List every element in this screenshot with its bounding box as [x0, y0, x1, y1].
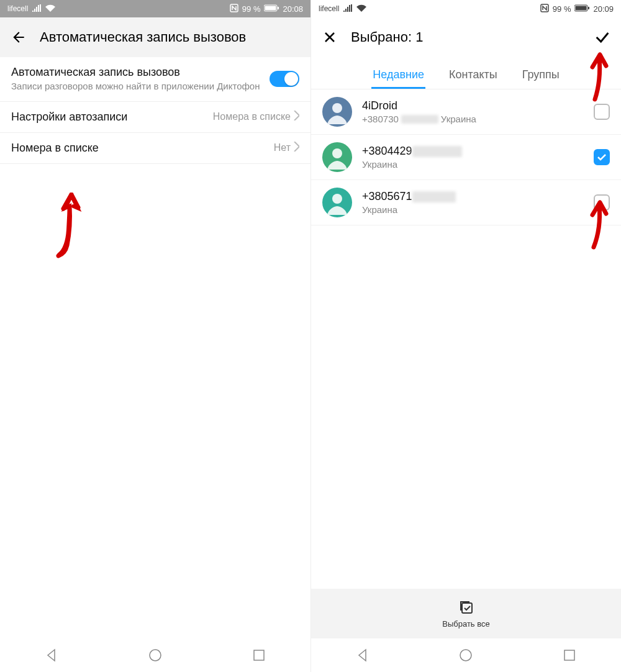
settings-list: Автоматическая запись вызовов Записи раз… [0, 57, 310, 164]
row-auto-settings[interactable]: Настройки автозаписи Номера в списке [0, 102, 310, 133]
contact-list: 4iDroid +380730Украина +3804429 [311, 89, 621, 589]
header: Выбрано: 1 [311, 17, 621, 57]
svg-rect-9 [588, 7, 589, 9]
svg-rect-3 [278, 7, 279, 9]
row-value: Нет [274, 142, 291, 153]
nav-back-button[interactable] [350, 643, 375, 668]
nav-bar [311, 638, 621, 672]
svg-point-15 [332, 194, 342, 204]
chevron-right-icon [293, 111, 299, 123]
battery-icon [264, 4, 279, 14]
checkbox[interactable] [594, 104, 610, 120]
select-all-label: Выбрать все [442, 619, 489, 629]
checkbox[interactable] [594, 149, 610, 165]
svg-rect-8 [576, 6, 587, 10]
tab-contacts[interactable]: Контакты [448, 62, 499, 89]
tab-recent[interactable]: Недавние [371, 62, 425, 89]
battery-pct-text: 99 % [242, 4, 261, 14]
row-title: Номера в списке [11, 142, 274, 155]
blurred-text [401, 115, 438, 124]
nav-recent-button[interactable] [557, 643, 582, 668]
contact-subtitle: Украина [362, 159, 584, 170]
contact-item[interactable]: +3804429 Украина [311, 135, 621, 180]
tab-groups[interactable]: Группы [521, 62, 561, 89]
battery-pct-text: 99 % [553, 4, 571, 14]
row-numbers-list[interactable]: Номера в списке Нет [0, 133, 310, 164]
nav-recent-button[interactable] [247, 643, 271, 668]
row-value: Номера в списке [213, 111, 291, 122]
svg-rect-18 [564, 650, 574, 660]
clock-text: 20:08 [283, 4, 303, 14]
wifi-icon [356, 4, 366, 14]
avatar [322, 142, 352, 172]
carrier-text: lifecell [7, 4, 28, 13]
checkbox[interactable] [594, 194, 610, 211]
contact-subtitle: Украина [362, 204, 584, 215]
row-auto-record[interactable]: Автоматическая запись вызовов Записи раз… [0, 57, 310, 102]
contact-subtitle: +380730Украина [362, 114, 584, 124]
status-bar: lifecell 99 % 20:08 [0, 0, 310, 17]
toggle-knob [284, 72, 298, 86]
select-all-icon [458, 599, 474, 618]
svg-point-13 [332, 148, 342, 158]
clock-text: 20:09 [593, 4, 614, 14]
svg-point-4 [150, 650, 161, 661]
chevron-right-icon [293, 142, 299, 154]
contact-item[interactable]: +3805671 Украина [311, 180, 621, 225]
toggle-auto-record[interactable] [270, 71, 299, 87]
signal-icon [343, 4, 353, 14]
status-bar: lifecell 99 % 20:09 [311, 0, 621, 17]
page-title: Выбрано: 1 [351, 29, 592, 45]
svg-point-17 [460, 650, 471, 661]
nav-back-button[interactable] [39, 643, 64, 668]
blurred-text [412, 146, 462, 157]
row-title: Настройки автозаписи [11, 111, 213, 124]
svg-rect-5 [254, 650, 264, 660]
screen-settings: lifecell 99 % 20:08 [0, 0, 310, 672]
select-all-button[interactable]: Выбрать все [311, 589, 621, 638]
contact-name: +3804429 [362, 145, 584, 158]
svg-rect-16 [462, 603, 472, 613]
contact-item[interactable]: 4iDroid +380730Украина [311, 89, 621, 135]
contact-name: +3805671 [362, 190, 584, 203]
page-title: Автоматическая запись вызовов [40, 29, 302, 45]
header: Автоматическая запись вызовов [0, 17, 310, 57]
tabs: Недавние Контакты Группы [311, 57, 621, 89]
row-subtitle: Записи разговоров можно найти в приложен… [11, 80, 270, 93]
nav-bar [0, 638, 310, 672]
screen-select-contacts: lifecell 99 % 20:09 [310, 0, 621, 672]
svg-point-11 [332, 103, 342, 113]
signal-icon [32, 4, 42, 14]
svg-rect-2 [265, 6, 276, 10]
nfc-icon [540, 4, 549, 14]
wifi-icon [45, 4, 55, 14]
avatar [322, 97, 352, 127]
close-button[interactable] [320, 27, 340, 47]
confirm-button[interactable] [592, 27, 612, 47]
avatar [322, 188, 352, 217]
back-button[interactable] [9, 27, 29, 47]
nav-home-button[interactable] [143, 643, 168, 668]
carrier-text: lifecell [319, 4, 339, 13]
contact-name: 4iDroid [362, 99, 584, 112]
row-title: Автоматическая запись вызовов [11, 66, 270, 79]
nav-home-button[interactable] [453, 643, 478, 668]
blurred-text [412, 191, 456, 202]
battery-icon [574, 4, 589, 14]
nfc-icon [230, 4, 238, 14]
